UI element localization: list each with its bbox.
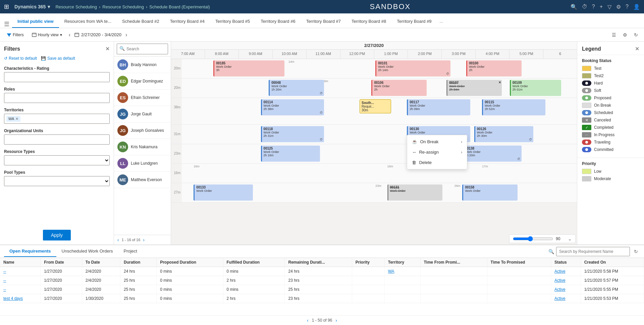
tab-territory-7[interactable]: Territory Board #7: [301, 15, 346, 28]
row2-status[interactable]: Active: [554, 278, 566, 283]
col-time-to[interactable]: Time To Promised: [487, 258, 551, 267]
reset-default-button[interactable]: ↺ Reset to default: [4, 56, 37, 61]
row2-name[interactable]: --: [3, 278, 6, 283]
resource-item-kris[interactable]: KN Kris Nakamura: [114, 139, 171, 155]
wo-00138[interactable]: 00138 Work Order 2h 20m ⏱: [462, 146, 522, 162]
wo-00185[interactable]: 00185 Work Order 3h: [213, 60, 284, 76]
resource-item-matthew[interactable]: ME Matthew Everson: [114, 172, 171, 188]
wo-00125[interactable]: 00125 Work Order 2h 16m: [261, 146, 320, 162]
resource-item-efrain[interactable]: ES Efrain Schreiner: [114, 90, 171, 106]
resource-prev-button[interactable]: ‹: [117, 237, 119, 242]
wo-00117[interactable]: 00117 Work Order 2h 09m: [407, 99, 470, 115]
resource-item-brady[interactable]: BH Brady Hannon: [114, 57, 171, 73]
apply-button[interactable]: Apply: [43, 230, 71, 240]
wo-00048[interactable]: 00048 Work Order 1h 20m ⏱: [269, 80, 324, 96]
resource-types-select[interactable]: [4, 155, 110, 165]
breadcrumb-nav2[interactable]: Resource Scheduling: [102, 4, 144, 9]
col-proposed-duration[interactable]: Proposed Duration: [157, 258, 223, 267]
wo-00131[interactable]: 00131 Work Order: [387, 184, 443, 201]
tab-territory-4[interactable]: Territory Board #4: [165, 15, 210, 28]
tab-schedule-board-2[interactable]: Schedule Board #2: [117, 15, 165, 28]
tab-unscheduled-work-orders[interactable]: Unscheduled Work Orders: [56, 246, 118, 257]
roles-input[interactable]: [4, 93, 110, 103]
row4-status[interactable]: Active: [554, 296, 566, 301]
question-icon[interactable]: ?: [592, 4, 595, 10]
timer-icon[interactable]: ⏱: [582, 4, 587, 10]
tab-more[interactable]: ···: [437, 16, 446, 28]
resource-item-joseph[interactable]: JG Joseph Gonsalves: [114, 122, 171, 139]
wo-00115[interactable]: 00115 Work Order 2h 52m: [482, 99, 545, 115]
help-icon[interactable]: ?: [626, 4, 629, 10]
breadcrumb-nav1[interactable]: Resource Scheduling: [55, 4, 97, 9]
org-units-input[interactable]: [4, 134, 110, 145]
tab-territory-8[interactable]: Territory Board #8: [346, 15, 391, 28]
characteristics-input[interactable]: [4, 72, 110, 82]
save-default-button[interactable]: 💾 Save as default: [41, 56, 75, 61]
hourly-view-button[interactable]: Hourly view ▾: [29, 31, 65, 39]
col-fulfilled-duration[interactable]: Fulfilled Duration: [223, 258, 285, 267]
settings-toolbar-icon[interactable]: ⚙: [621, 31, 629, 39]
row3-name[interactable]: --: [3, 287, 6, 292]
date-next-button[interactable]: ›: [124, 31, 128, 39]
bottom-refresh-button[interactable]: ↻: [632, 248, 640, 256]
wo-00107[interactable]: 00107 Work Order 2h 34m ✕: [446, 80, 502, 96]
bottom-prev-button[interactable]: ‹: [307, 318, 309, 323]
row4-name[interactable]: test 4 days: [3, 296, 23, 301]
wo-00107-close[interactable]: ✕: [498, 80, 501, 84]
refresh-toolbar-icon[interactable]: ↻: [632, 31, 640, 39]
col-from-date[interactable]: From Date: [41, 258, 82, 267]
col-time-from[interactable]: Time From Promi...: [420, 258, 487, 267]
context-delete[interactable]: 🗑 Delete: [407, 157, 467, 168]
wo-00101[interactable]: 00101 Work Order 2h 14m ⏱: [375, 60, 450, 76]
col-priority[interactable]: Priority: [352, 258, 384, 267]
tab-initial-public-view[interactable]: Initial public view: [12, 15, 59, 28]
date-prev-button[interactable]: ‹: [67, 31, 72, 39]
row1-status[interactable]: Active: [554, 269, 566, 274]
col-status[interactable]: Status: [551, 258, 581, 267]
filters-button[interactable]: Filters: [4, 31, 26, 39]
tab-open-requirements[interactable]: Open Requirements: [4, 246, 56, 257]
col-duration[interactable]: Duration: [120, 258, 157, 267]
col-name[interactable]: Name: [0, 258, 41, 267]
user-icon[interactable]: 👤: [633, 4, 640, 10]
resource-next-button[interactable]: ›: [143, 237, 145, 242]
wo-00158[interactable]: 00158 Work Order: [462, 184, 518, 201]
pool-types-select[interactable]: [4, 176, 110, 186]
wo-00126[interactable]: 00126 Work Order 2h 30m ⏱: [474, 126, 534, 142]
south-requirement[interactable]: South... Requir... 30m: [360, 99, 391, 113]
row3-status[interactable]: Active: [554, 287, 566, 292]
resource-item-luke[interactable]: LL Luke Lundgren: [114, 155, 171, 172]
wo-00109[interactable]: 00109 Work Order 2h 01m: [510, 80, 561, 96]
bottom-next-button[interactable]: ›: [335, 318, 337, 323]
tab-territory-9[interactable]: Territory Board #9: [391, 15, 437, 28]
resource-item-edgar[interactable]: ED Edgar Dominguez: [114, 73, 171, 90]
search-nav-icon[interactable]: 🔍: [571, 4, 577, 10]
filter-icon[interactable]: ▽: [607, 4, 611, 10]
wo-00114[interactable]: 00114 Work Order 2h 38m ⏱: [261, 99, 324, 115]
row1-territory[interactable]: WA: [388, 269, 394, 274]
nav-hamburger[interactable]: ☰: [4, 20, 9, 28]
col-remaining-duration[interactable]: Remaining Durati...: [285, 258, 352, 267]
col-to-date[interactable]: To Date: [82, 258, 120, 267]
plus-icon[interactable]: +: [600, 4, 603, 10]
zoom-slider[interactable]: [513, 236, 553, 241]
apps-icon[interactable]: ⊞: [4, 3, 9, 10]
wo-00106[interactable]: 00106 Work Order 2h: [371, 80, 427, 96]
resource-item-jorge[interactable]: JG Jorge Gault: [114, 106, 171, 122]
legend-close-button[interactable]: ✕: [635, 46, 639, 52]
tab-territory-5[interactable]: Territory Board #5: [210, 15, 255, 28]
col-territory[interactable]: Territory: [384, 258, 420, 267]
filters-close-button[interactable]: ✕: [105, 46, 110, 52]
brand-dropdown[interactable]: ▾: [48, 4, 50, 9]
tab-resources-wa[interactable]: Resources from WA te...: [59, 15, 117, 28]
tab-project[interactable]: Project: [118, 246, 142, 257]
settings-icon[interactable]: ⚙: [616, 4, 621, 10]
zoom-chevron[interactable]: ⌄: [568, 236, 572, 241]
wo-00118[interactable]: 00118 Work Order 2h 31m ⏱: [261, 126, 324, 142]
col-created-on[interactable]: Created On: [581, 258, 644, 267]
brand-name[interactable]: Dynamics 365: [14, 4, 46, 9]
wo-00133[interactable]: 00133 Work Order: [194, 184, 253, 201]
columns-icon[interactable]: ☰: [610, 31, 618, 39]
context-reassign[interactable]: ↔ Re-assign ›: [407, 147, 467, 157]
row1-name[interactable]: --: [3, 269, 6, 274]
